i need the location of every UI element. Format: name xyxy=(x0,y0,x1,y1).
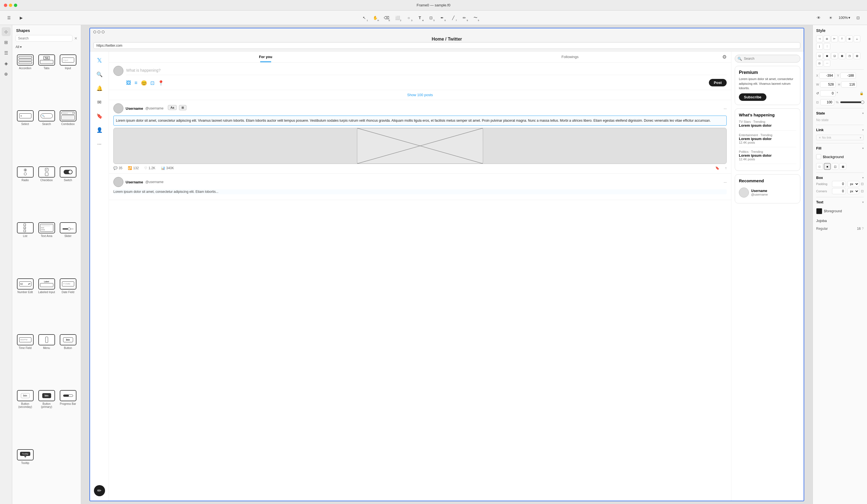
x-input[interactable] xyxy=(819,73,835,79)
tweet-1-more-button[interactable]: ··· xyxy=(724,106,727,110)
shape-item-tabs[interactable]: Tab Tabs xyxy=(36,53,57,108)
opacity-handle[interactable] xyxy=(861,100,864,104)
twitter-bell-nav-icon[interactable]: 🔔 xyxy=(95,84,104,93)
padding-select[interactable]: px % xyxy=(847,181,859,187)
premium-subscribe-button[interactable]: Subscribe xyxy=(739,93,767,101)
twitter-sidebar-search-input[interactable] xyxy=(735,55,800,63)
align-bottom-icon[interactable]: ⊥ xyxy=(854,35,860,42)
sidebar-shapes-button[interactable]: ⊞ xyxy=(2,38,11,47)
shape-item-button-secondary[interactable]: btn Button (seconday) xyxy=(15,388,35,446)
panel-button[interactable]: ⊡ xyxy=(854,13,863,22)
sidebar-assets-button[interactable]: ◈ xyxy=(2,59,11,68)
shape-item-combobox[interactable]: Select▾ Combobox xyxy=(58,109,78,163)
opacity-input[interactable] xyxy=(820,99,834,105)
align-br-icon[interactable]: ▧ xyxy=(854,53,860,59)
tweet-1-retweets[interactable]: 🔁 132 xyxy=(128,166,139,170)
corners-input[interactable] xyxy=(832,188,846,194)
shapes-filter-button[interactable]: All ▾ xyxy=(15,45,22,49)
eye-button[interactable]: 👁 xyxy=(814,13,823,22)
fill-style-gradient[interactable]: ◫ xyxy=(832,163,838,170)
tweet-list-action[interactable]: ≡ xyxy=(135,80,138,86)
ellipse-tool-button[interactable]: ○3 xyxy=(404,13,413,22)
padding-input[interactable] xyxy=(832,181,846,187)
tweet-emoji-action[interactable]: 😊 xyxy=(141,80,147,86)
shape-item-date-field[interactable]: YY/MM Date Field xyxy=(58,277,78,331)
fill-style-pattern[interactable]: ▦ xyxy=(839,163,846,170)
select-tool-button[interactable]: ↖1 xyxy=(360,13,369,22)
twitter-profile-nav-icon[interactable]: 👤 xyxy=(95,125,104,135)
align-more-1-icon[interactable]: ⊡ xyxy=(816,60,823,67)
tweet-1-bookmark[interactable]: 🔖 xyxy=(715,166,719,170)
sidebar-layers-button[interactable]: ☰ xyxy=(2,49,11,57)
font-name-display[interactable]: Jojoba xyxy=(816,219,864,223)
pen-tool-button[interactable]: ✒6 xyxy=(438,13,447,22)
shape-item-radio[interactable]: Radio xyxy=(15,165,35,219)
tweet-2-more-button[interactable]: ··· xyxy=(724,180,727,184)
tweet-1-views[interactable]: 📊 340K xyxy=(161,166,174,170)
fill-style-solid-filled[interactable]: ■ xyxy=(824,163,831,170)
image-tool-button[interactable]: ⊡5 xyxy=(427,13,436,22)
tweet-schedule-action[interactable]: ⊡ xyxy=(150,80,154,86)
tweet-location-action[interactable]: 📍 xyxy=(158,80,164,86)
tweet-1-share[interactable]: ↑ xyxy=(725,166,727,170)
tweet-1-grid-button[interactable]: ⊞ xyxy=(179,105,186,110)
twitter-more-nav-icon[interactable]: ··· xyxy=(95,139,104,149)
twitter-bookmark-nav-icon[interactable]: 🔖 xyxy=(95,111,104,121)
align-bc-icon[interactable]: ◳ xyxy=(846,53,853,59)
shape-item-tooltip[interactable]: Tooltip Tooltip xyxy=(15,448,35,502)
twitter-tab-followings[interactable]: Followings xyxy=(418,51,722,62)
fill-style-solid[interactable]: □ xyxy=(816,163,823,170)
shape-item-list[interactable]: ✓ List xyxy=(15,221,35,275)
box-section-header[interactable]: Box ▾ xyxy=(816,175,864,180)
align-tc-icon[interactable]: ▣ xyxy=(824,53,830,59)
align-extra-2-icon[interactable]: ⋮ xyxy=(824,43,830,50)
browser-url[interactable]: https://twitter.com xyxy=(93,42,800,49)
minimize-button[interactable] xyxy=(9,3,12,7)
w-input[interactable] xyxy=(820,82,836,87)
play-button[interactable]: ▶ xyxy=(17,13,25,22)
tweet-image-action[interactable]: 🖼 xyxy=(126,80,131,86)
align-tr-icon[interactable]: ◲ xyxy=(831,53,838,59)
shape-item-progress-bar[interactable]: Progress Bar xyxy=(58,388,78,446)
twitter-mail-nav-icon[interactable]: ✉ xyxy=(95,97,104,107)
fill-section-header[interactable]: Fill ▾ xyxy=(816,146,864,150)
shapes-search-clear-button[interactable]: ✕ xyxy=(74,36,77,41)
shape-item-input[interactable]: Input Input xyxy=(58,53,78,108)
align-bl-icon[interactable]: ▦ xyxy=(839,53,845,59)
menu-toggle-button[interactable]: ☰ xyxy=(4,13,13,22)
eraser-tool-button[interactable]: ⌫E xyxy=(382,13,391,22)
shape-item-menu[interactable]: Menu xyxy=(36,333,57,387)
twitter-tab-for-you[interactable]: For you xyxy=(114,51,418,62)
align-center-h-icon[interactable]: ⊟ xyxy=(824,35,830,42)
shape-item-search[interactable]: 🔍 Search xyxy=(36,109,57,163)
shapes-search-input[interactable] xyxy=(15,35,73,42)
shape-item-accordion[interactable]: Accordion xyxy=(15,53,35,108)
zoom-control[interactable]: 100% ▾ xyxy=(839,15,850,20)
shape-item-switch[interactable]: Switch xyxy=(58,165,78,219)
align-tl-icon[interactable]: ◱ xyxy=(816,53,823,59)
align-extra-1-icon[interactable]: | xyxy=(816,43,823,50)
shape-item-number-edit[interactable]: 92▴▾ Number Edit xyxy=(15,277,35,331)
tweet-1-likes[interactable]: ♡ 1.2K xyxy=(144,166,156,170)
twitter-compose-nav-icon[interactable]: ✏ xyxy=(94,485,105,496)
shape-item-checkbox[interactable]: ✓ Checkbox xyxy=(36,165,57,219)
rotation-input[interactable] xyxy=(820,90,836,96)
align-right-icon[interactable]: ⊢ xyxy=(831,35,838,42)
line-tool-button[interactable]: ╱7 xyxy=(449,13,458,22)
text-tool-button[interactable]: T4 xyxy=(416,13,424,22)
show-posts-button[interactable]: Show 100 posts xyxy=(109,90,731,100)
shape-item-time-field[interactable]: AM/PM Time Field xyxy=(15,333,35,387)
text-section-header[interactable]: Text ▾ xyxy=(816,200,864,204)
hand-tool-button[interactable]: ✋H xyxy=(371,13,380,22)
rectangle-tool-button[interactable]: ⬜2 xyxy=(393,13,402,22)
fill-color-preview[interactable] xyxy=(816,154,821,159)
tweet-1-comments[interactable]: 💬 35 xyxy=(114,166,122,170)
shape-item-button-primary[interactable]: btn Button (primary) xyxy=(36,388,57,446)
shape-item-labeled-input[interactable]: Label Labeled Input xyxy=(36,277,57,331)
sidebar-components-button[interactable]: ⊕ xyxy=(2,69,11,78)
shape-item-textarea[interactable]: textarea Text Area xyxy=(36,221,57,275)
maximize-button[interactable] xyxy=(14,3,17,7)
tweet-1-aa-button[interactable]: Aa xyxy=(168,105,176,110)
text-color-preview[interactable] xyxy=(816,208,822,214)
corners-select[interactable]: px % xyxy=(847,188,859,194)
